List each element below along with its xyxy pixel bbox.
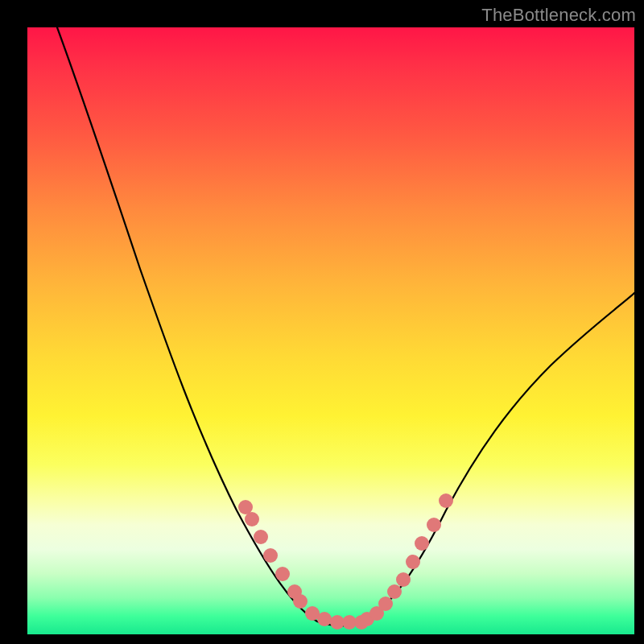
svg-point-20 [439,493,453,508]
svg-point-6 [293,594,308,609]
svg-point-18 [415,536,429,551]
svg-point-4 [275,567,290,581]
svg-point-14 [378,597,393,611]
svg-point-2 [254,530,268,544]
chart-frame: TheBottleneck.com [0,0,644,644]
bottleneck-curve [57,27,634,625]
svg-point-15 [387,584,402,599]
svg-point-17 [406,555,420,569]
svg-point-16 [396,572,411,587]
watermark-text: TheBottleneck.com [481,5,636,26]
svg-point-19 [427,518,441,532]
plot-area [27,27,634,634]
svg-point-3 [263,548,278,563]
svg-point-8 [317,612,332,626]
highlight-dots [238,493,453,630]
svg-point-1 [245,512,259,526]
chart-svg [27,27,634,634]
